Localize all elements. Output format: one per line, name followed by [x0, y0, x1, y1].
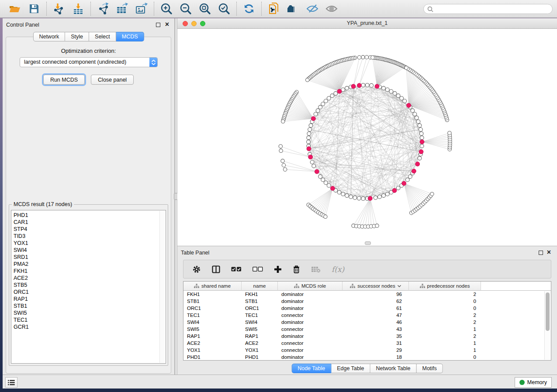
close-panel-icon[interactable]: × — [547, 248, 551, 257]
result-item[interactable]: STB5 — [11, 282, 166, 289]
close-panel-button[interactable]: Close panel — [91, 75, 134, 85]
table-row[interactable]: ACE2ACE2connector311 — [183, 340, 551, 347]
close-panel-icon[interactable]: × — [165, 20, 169, 29]
tab-mcds[interactable]: MCDS — [116, 32, 144, 41]
column-header-predecessor-nodes[interactable]: predecessor nodes — [409, 282, 481, 291]
result-item[interactable]: RAP1 — [11, 296, 166, 303]
node-table[interactable]: shared name name MCDS role successor nod… — [183, 281, 551, 361]
search-network-icon[interactable] — [287, 2, 300, 15]
network-canvas[interactable] — [177, 29, 557, 246]
column-header-successor-nodes[interactable]: successor nodes — [343, 282, 409, 291]
clone-network-icon[interactable] — [267, 2, 280, 15]
table-cell: 0 — [409, 354, 481, 360]
result-item[interactable]: STB1 — [11, 303, 166, 309]
result-item[interactable]: CAR1 — [11, 219, 166, 226]
column-header-mcds-role[interactable]: MCDS role — [278, 282, 343, 291]
table-row[interactable]: RAP1RAP1dominator352 — [183, 333, 551, 340]
horizontal-splitter-handle[interactable] — [365, 241, 371, 245]
result-item[interactable]: SWI5 — [11, 309, 166, 316]
table-row[interactable]: SWI4SWI4dominator462 — [183, 319, 551, 326]
result-item[interactable]: FKH1 — [11, 268, 166, 275]
column-header-name[interactable]: name — [242, 282, 278, 291]
table-row[interactable]: SWI5SWI5connector431 — [183, 326, 551, 333]
show-graphics-details-icon[interactable] — [325, 2, 338, 15]
table-cell: SWI5 — [242, 327, 278, 332]
column-header-shared-name[interactable]: shared name — [183, 282, 242, 291]
memory-button[interactable]: Memory — [515, 377, 552, 388]
table-cell: SWI4 — [242, 320, 278, 325]
table-cell: 1 — [409, 347, 481, 353]
open-file-icon[interactable] — [8, 2, 21, 15]
export-network-icon[interactable] — [97, 2, 110, 15]
table-cell: 2 — [409, 334, 481, 339]
table-cell: YOX1 — [242, 347, 278, 353]
float-panel-icon[interactable] — [539, 251, 543, 255]
deselect-all-icon[interactable] — [253, 267, 263, 272]
result-item[interactable]: GCR1 — [11, 323, 166, 330]
result-item[interactable]: ACE2 — [11, 275, 166, 282]
table-row[interactable]: STB1STB1dominator620 — [183, 298, 551, 305]
gear-icon[interactable] — [192, 265, 201, 274]
table-cell: ORC1 — [242, 306, 278, 311]
table-row[interactable]: FKH1FKH1dominator962 — [183, 291, 551, 298]
result-item[interactable]: STP4 — [11, 226, 166, 233]
import-network-icon[interactable] — [52, 2, 66, 15]
save-session-icon[interactable] — [28, 2, 41, 15]
control-panel: Control Panel × Optimization criterion: … — [3, 18, 175, 375]
tab-network[interactable]: Network — [33, 32, 65, 41]
zoom-fit-icon[interactable] — [198, 2, 211, 15]
result-item[interactable]: TID3 — [11, 233, 166, 240]
task-history-button[interactable] — [5, 377, 17, 388]
zoom-in-icon[interactable] — [160, 2, 173, 15]
memory-label: Memory — [527, 379, 547, 385]
result-item[interactable]: YOX1 — [11, 240, 166, 247]
tab-network-table[interactable]: Network Table — [370, 364, 417, 373]
select-all-icon[interactable] — [231, 267, 242, 272]
table-row[interactable]: YOX1YOX1connector291 — [183, 347, 551, 354]
table-cell: 18 — [343, 354, 409, 360]
result-list-scrollbar[interactable] — [159, 211, 165, 363]
tab-motifs[interactable]: Motifs — [416, 364, 443, 373]
result-item[interactable]: PMA2 — [11, 261, 166, 268]
result-item[interactable]: SWI4 — [11, 247, 166, 254]
result-item[interactable]: TEC1 — [11, 316, 166, 323]
tab-select[interactable]: Select — [89, 32, 116, 41]
zoom-selected-icon[interactable] — [218, 2, 231, 15]
table-scrollbar[interactable] — [544, 291, 550, 360]
delete-table-icon — [311, 266, 321, 273]
table-row[interactable]: PHD1PHD1dominator180 — [183, 354, 551, 361]
table-cell: ORC1 — [183, 306, 242, 311]
run-mcds-button[interactable]: Run MCDS — [43, 75, 85, 85]
mcds-result-list[interactable]: PHD1CAR1STP4TID3YOX1SWI4SRD1PMA2FKH1ACE2… — [11, 210, 166, 364]
delete-column-icon[interactable] — [293, 265, 300, 274]
refresh-icon[interactable] — [242, 2, 256, 15]
table-cell: RAP1 — [242, 334, 278, 339]
float-panel-icon[interactable] — [156, 23, 160, 27]
import-table-icon[interactable] — [72, 2, 85, 15]
result-item[interactable]: PHD1 — [11, 212, 166, 219]
table-cell: 2 — [409, 313, 481, 318]
table-cell: 46 — [343, 320, 409, 325]
add-column-icon[interactable] — [274, 265, 282, 273]
export-table-icon[interactable] — [116, 2, 129, 15]
result-item[interactable]: ORC1 — [11, 289, 166, 296]
table-row[interactable]: TEC1TEC1connector472 — [183, 312, 551, 319]
search-input[interactable] — [436, 6, 545, 12]
table-cell: dominator — [278, 292, 343, 297]
result-item[interactable]: SRD1 — [11, 254, 166, 261]
tab-style[interactable]: Style — [65, 32, 89, 41]
tab-edge-table[interactable]: Edge Table — [331, 364, 370, 373]
scrollbar-thumb[interactable] — [546, 292, 550, 331]
columns-icon[interactable] — [212, 265, 220, 273]
network-search-field[interactable] — [423, 4, 553, 14]
table-cell: PHD1 — [183, 354, 242, 360]
table-cell: YOX1 — [183, 347, 242, 353]
zoom-out-icon[interactable] — [179, 2, 192, 15]
table-row[interactable]: ORC1ORC1dominator610 — [183, 305, 551, 312]
tab-node-table[interactable]: Node Table — [291, 364, 331, 373]
criterion-dropdown[interactable]: largest connected component (undirected) — [20, 57, 158, 67]
export-image-icon[interactable] — [135, 2, 148, 15]
network-graph[interactable] — [177, 29, 557, 246]
table-cell: SWI4 — [183, 320, 242, 325]
hide-graphics-details-icon[interactable] — [306, 2, 319, 15]
